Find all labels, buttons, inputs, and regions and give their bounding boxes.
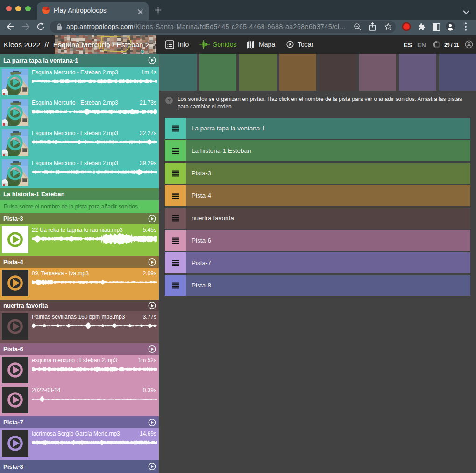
svg-text:?: ? [168,98,171,103]
